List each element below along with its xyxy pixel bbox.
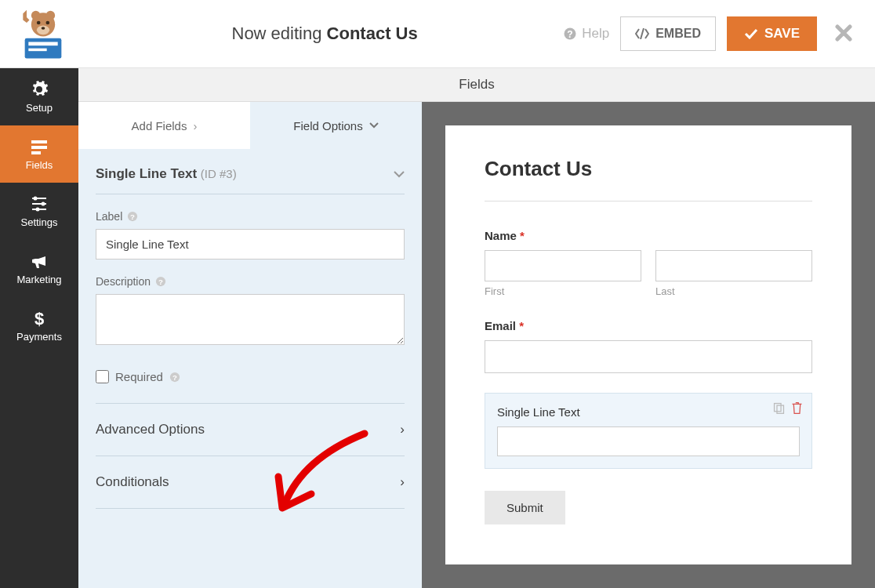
chevron-right-icon: › [400,422,405,437]
sidebar-setup-label: Setup [26,102,53,114]
sidebar-fields-label: Fields [26,159,53,171]
svg-point-16 [42,202,45,206]
field-type-name: Single Line Text [96,166,197,181]
megaphone-icon [30,252,49,270]
label-input[interactable] [96,229,405,260]
help-icon[interactable]: ? [127,211,138,222]
svg-point-3 [37,21,41,25]
svg-rect-12 [31,140,47,143]
selected-field-input[interactable] [497,426,800,456]
conditionals-row[interactable]: Conditionals › [96,456,405,509]
svg-rect-14 [31,151,41,154]
name-field-label: Name * [485,229,812,242]
panel-tabs: Add Fields › Field Options [78,102,422,149]
tab-add-label: Add Fields [132,119,187,132]
editing-form-name: Contact Us [327,24,418,43]
svg-rect-7 [25,38,62,59]
required-checkbox[interactable] [96,370,109,383]
svg-rect-25 [775,404,782,412]
help-icon[interactable]: ? [169,372,180,383]
tab-field-options[interactable]: Field Options [250,102,422,149]
field-header[interactable]: Single Line Text (ID #3) [96,149,405,194]
svg-text:?: ? [172,372,177,381]
embed-button[interactable]: EMBED [620,16,716,51]
help-label: Help [582,26,609,42]
help-link[interactable]: ? Help [563,26,609,42]
last-name-input[interactable] [655,250,812,281]
form-icon [30,137,49,156]
sidebar-item-marketing[interactable]: Marketing [0,240,78,297]
editing-title: Now editing Contact Us [86,24,563,44]
save-button[interactable]: SAVE [727,16,817,51]
sliders-icon [30,194,49,213]
sidebar-marketing-label: Marketing [16,274,61,285]
field-id: (ID #3) [201,167,237,180]
description-caption: Description [96,275,151,288]
sidebar-item-payments[interactable]: $ Payments [0,297,78,354]
label-caption: Label [96,210,122,223]
main-area: Fields Add Fields › Field Options Single… [78,68,875,588]
header-actions: ? Help EMBED SAVE [563,16,859,51]
svg-point-15 [34,197,38,201]
embed-label: EMBED [655,27,701,41]
gear-icon [30,80,49,99]
sidebar-item-fields[interactable]: Fields [0,125,78,183]
save-label: SAVE [764,26,800,42]
duplicate-icon[interactable] [772,401,786,415]
conditionals-label: Conditionals [96,474,169,490]
sidebar-item-settings[interactable]: Settings [0,183,78,240]
svg-rect-9 [28,49,46,52]
svg-point-4 [46,21,50,25]
preview-panel: Contact Us Name * First Last [422,102,875,588]
name-field-row: First Last [485,250,812,297]
left-sidebar: Setup Fields Settings Marketing $ Paymen… [0,68,78,588]
workspace: Add Fields › Field Options Single Line T… [78,102,875,588]
chevron-right-icon: › [193,119,197,132]
chevron-right-icon: › [400,474,405,490]
svg-point-6 [42,27,45,30]
advanced-options-row[interactable]: Advanced Options › [96,404,405,456]
svg-text:?: ? [568,29,573,40]
description-option: Description ? [96,275,405,348]
panel-title: Fields [78,68,875,102]
check-icon [744,28,758,39]
sidebar-settings-label: Settings [21,216,58,228]
email-field-label: Email * [485,319,812,332]
svg-text:$: $ [34,309,44,328]
submit-button[interactable]: Submit [485,491,565,524]
sidebar-item-setup[interactable]: Setup [0,68,78,125]
tab-options-label: Field Options [293,119,362,132]
last-sublabel: Last [655,285,812,297]
svg-point-1 [31,11,41,20]
form-preview: Contact Us Name * First Last [445,125,851,564]
svg-rect-13 [31,146,47,149]
advanced-label: Advanced Options [96,422,205,437]
required-label: Required [115,370,163,383]
selected-field-label: Single Line Text [497,405,800,419]
svg-text:?: ? [158,278,163,286]
first-name-input[interactable] [485,250,641,281]
tab-add-fields[interactable]: Add Fields › [78,102,250,149]
dollar-icon: $ [30,309,49,328]
svg-rect-26 [777,405,784,413]
svg-rect-8 [28,42,57,46]
field-options-body: Single Line Text (ID #3) Label ? [78,149,422,509]
close-button[interactable] [828,20,859,47]
top-header: Now editing Contact Us ? Help EMBED SAVE [0,0,875,68]
options-panel: Add Fields › Field Options Single Line T… [78,102,422,588]
code-icon [635,28,649,39]
form-title: Contact Us [485,157,812,201]
app-logo [16,6,71,61]
delete-icon[interactable] [790,401,804,415]
svg-point-2 [46,11,56,20]
help-icon[interactable]: ? [155,276,166,287]
email-input[interactable] [485,340,812,373]
help-icon: ? [563,27,577,41]
editing-prefix: Now editing [232,24,322,43]
required-option: Required ? [96,348,405,404]
chevron-down-icon [394,171,405,178]
sidebar-payments-label: Payments [16,331,62,343]
selected-field[interactable]: Single Line Text [485,393,812,469]
description-input[interactable] [96,294,405,345]
svg-point-17 [36,208,40,212]
